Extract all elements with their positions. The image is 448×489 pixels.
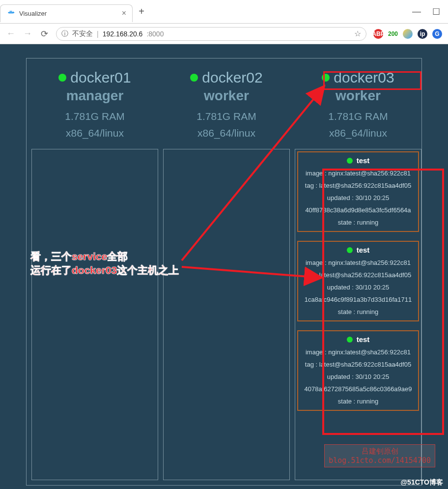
status-dot-icon [58,74,66,82]
node-arch: x86_64/linux [190,127,262,139]
status-badge-200[interactable]: 200 [388,29,398,39]
address-bar-row: ← → ⟳ ⓘ 不安全 | 192.168.20.6:8000 ☆ ABP 20… [0,24,448,44]
forward-button[interactable]: → [23,29,32,39]
node-ram: 1.781G RAM [58,111,131,122]
service-image: image : nginx:latest@sha256:922c81 [300,259,416,266]
service-title-row: test [300,156,416,165]
service-card[interactable]: test image : nginx:latest@sha256:922c81 … [297,241,419,321]
service-id: 1ca8afc946c9f891a3b7d33d16fa1711 [300,296,416,303]
window-controls: — ☐ [411,6,448,17]
service-updated: updated : 30/10 20:25 [300,284,416,291]
service-tag: tag : latest@sha256:922c815aa4df05 [300,361,416,368]
service-tag: tag : latest@sha256:922c815aa4df05 [300,182,416,189]
service-updated: updated : 30/10 20:25 [300,373,416,380]
back-button[interactable]: ← [6,29,16,39]
service-state: state : running [300,398,416,405]
url-host: 192.168.20.6 [103,30,143,38]
node-name-text: docker02 [202,69,262,86]
svg-rect-3 [10,11,11,12]
node-header: docker01 manager 1.781G RAM x86_64/linux [58,69,131,139]
ip-extension-icon[interactable]: ip [418,29,427,39]
node-ram: 1.781G RAM [190,111,262,122]
close-tab-icon[interactable]: × [122,9,126,18]
address-bar[interactable]: ⓘ 不安全 | 192.168.20.6:8000 ☆ [56,27,366,41]
site-info-icon[interactable]: ⓘ [61,29,68,38]
node-role: worker [322,88,394,104]
service-name: test [357,156,370,165]
bookmark-star-icon[interactable]: ☆ [354,29,361,38]
node-name-row: docker01 [58,69,131,86]
node-arch: x86_64/linux [58,127,131,139]
status-dot-icon [347,247,353,253]
reload-button[interactable]: ⟳ [39,29,49,39]
status-dot-icon [347,158,353,164]
service-list [31,149,158,480]
visualizer-app: docker01 manager 1.781G RAM x86_64/linux… [0,44,448,489]
node-arch: x86_64/linux [322,127,394,139]
node-role: manager [58,88,131,104]
service-state: state : running [300,219,416,226]
service-tag: tag : latest@sha256:922c815aa4df05 [300,271,416,279]
new-tab-button[interactable]: + [133,6,150,17]
service-state: state : running [300,308,416,316]
extension-icon-1[interactable] [403,29,413,39]
service-title-row: test [300,246,416,254]
service-title-row: test [300,335,416,344]
node-header: docker02 worker 1.781G RAM x86_64/linux [190,69,262,139]
node-name-row: docker03 [322,69,394,86]
node-column-docker01: docker01 manager 1.781G RAM x86_64/linux [31,69,158,480]
tab-title: Visualizer [19,10,118,17]
security-warning: 不安全 [72,29,93,38]
node-column-docker02: docker02 worker 1.781G RAM x86_64/linux [163,69,290,480]
node-column-docker03: docker03 worker 1.781G RAM x86_64/linux … [295,69,421,480]
minimize-button[interactable]: — [411,6,422,17]
status-dot-icon [190,74,198,82]
service-list: test image : nginx:latest@sha256:922c81 … [295,149,421,480]
service-name: test [357,246,370,254]
browser-tab[interactable]: Visualizer × [0,4,133,22]
window-tab-strip: Visualizer × + — ☐ [0,0,448,24]
service-name: test [357,335,370,344]
service-id: 40ff8738c38a6d9d8e85a3fc5df6564a [300,206,416,214]
favicon-docker-icon [7,9,15,18]
status-dot-icon [347,337,353,343]
separator: | [97,30,99,38]
extension-icons: ABP 200 ip G [373,29,442,39]
maximize-button[interactable]: ☐ [430,6,442,17]
swarm-board: docker01 manager 1.781G RAM x86_64/linux… [26,58,422,486]
status-dot-icon [322,74,330,82]
google-extension-icon[interactable]: G [432,29,442,39]
service-image: image : nginx:latest@sha256:922c81 [300,170,416,177]
node-name-text: docker03 [334,69,394,86]
node-ram: 1.781G RAM [322,111,394,122]
service-card[interactable]: test image : nginx:latest@sha256:922c81 … [297,330,419,411]
service-image: image : nginx:latest@sha256:922c81 [300,348,416,356]
service-card[interactable]: test image : nginx:latest@sha256:922c81 … [297,151,419,232]
service-updated: updated : 30/10 20:25 [300,194,416,201]
node-header: docker03 worker 1.781G RAM x86_64/linux [322,69,394,139]
node-role: worker [190,88,262,104]
abp-extension-icon[interactable]: ABP [373,29,383,39]
node-name-row: docker02 [190,69,262,86]
service-list [163,149,290,480]
url-port: :8000 [146,30,164,38]
node-name-text: docker01 [70,69,131,86]
svg-rect-4 [11,11,12,12]
service-id: 4078af6272875685a5c86c0366a9ae9 [300,385,416,393]
